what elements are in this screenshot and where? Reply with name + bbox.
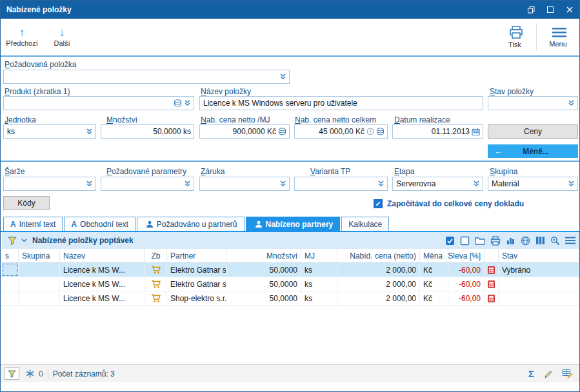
chevron-down-icon[interactable]: [568, 100, 575, 106]
cell-sleva: -60,00: [448, 263, 485, 277]
include-in-total-checkbox[interactable]: ✓: [374, 199, 383, 208]
print-button[interactable]: Tisk: [495, 20, 535, 54]
unit-combobox[interactable]: ks: [3, 124, 96, 139]
cell-sleva: -60,00: [448, 291, 485, 305]
filter-icon[interactable]: [8, 237, 17, 245]
chevron-down-icon[interactable]: [21, 239, 27, 242]
quantity-input[interactable]: 50,0000 ks: [101, 124, 194, 139]
chevron-down-icon[interactable]: [568, 181, 575, 187]
select-checked-icon[interactable]: [445, 236, 455, 246]
next-button[interactable]: ↓ Další: [42, 20, 82, 54]
codes-button-label: Kódy: [17, 199, 35, 208]
calculator-icon[interactable]: [485, 291, 499, 305]
warranty-combobox[interactable]: [199, 177, 290, 191]
table-row[interactable]: Licence k MS W... Elektro Gatnar s... 50…: [2, 277, 579, 291]
date-input[interactable]: 01.11.2013: [392, 124, 483, 139]
edit-grid-icon[interactable]: [563, 369, 573, 378]
tab-nabizeno-partnery[interactable]: Nabízeno partnery: [246, 217, 341, 231]
chevron-down-icon[interactable]: [279, 181, 286, 187]
tab-kalkulace[interactable]: Kalkulace: [341, 217, 389, 231]
print-grid-icon[interactable]: [490, 236, 501, 246]
less-button[interactable]: ← Méně...: [488, 144, 578, 158]
group-label: Skupina: [490, 167, 517, 176]
column-header-calc[interactable]: [485, 249, 499, 262]
column-header-nazev[interactable]: Název: [60, 249, 145, 262]
column-header-mena[interactable]: Měna: [420, 249, 448, 262]
column-header-s[interactable]: s: [2, 249, 19, 262]
coins-icon[interactable]: [376, 128, 385, 136]
sum-icon[interactable]: Σ: [528, 368, 534, 379]
product-label: Produkt (zkratka 1): [5, 87, 70, 96]
person-icon: [146, 220, 154, 228]
variant-combobox[interactable]: [294, 177, 388, 191]
cart-icon: [145, 277, 167, 291]
grid-settings-icon[interactable]: [550, 236, 560, 246]
chart-icon[interactable]: [506, 236, 515, 245]
column-header-skupina[interactable]: Skupina: [19, 249, 60, 262]
coins-icon[interactable]: [174, 99, 182, 108]
restore-icon[interactable]: [521, 1, 541, 19]
column-header-stav[interactable]: Stav: [499, 249, 579, 262]
clock-icon[interactable]: [366, 128, 374, 135]
batch-combobox[interactable]: [3, 177, 96, 191]
status-bar: 0 Počet záznamů: 3 Σ: [1, 364, 579, 382]
calendar-icon[interactable]: [472, 128, 480, 136]
product-combobox[interactable]: [3, 96, 194, 110]
column-header-zb[interactable]: Zb: [145, 249, 167, 262]
section-divider: [1, 161, 579, 162]
cell-mj: ks: [301, 277, 337, 291]
column-header-sleva[interactable]: Sleva [%]: [448, 249, 485, 262]
params-combobox[interactable]: [101, 177, 194, 191]
close-icon[interactable]: [560, 1, 579, 19]
cell-mena: Kč: [420, 263, 448, 277]
coins-icon[interactable]: [278, 128, 286, 136]
table-header: s Skupina Název Zb Partner Množství MJ N…: [2, 249, 579, 263]
item-name-input[interactable]: Licence k MS Windows serveru pro uživate…: [199, 96, 483, 110]
cell-s: [2, 291, 19, 305]
stage-value: Serverovna: [396, 179, 471, 188]
column-header-mnozstvi[interactable]: Množství: [226, 249, 301, 262]
cell-nazev: Licence k MS W...: [60, 263, 145, 277]
window-title: Nabízené položky: [6, 5, 72, 14]
tab-interni-text[interactable]: A Interní text: [3, 217, 63, 231]
chevron-down-icon[interactable]: [377, 181, 385, 187]
stage-combobox[interactable]: Serverovna: [392, 177, 483, 191]
grid-menu-icon[interactable]: [565, 237, 575, 244]
tab-pozadovano-u-partneru[interactable]: Požadováno u partnerů: [137, 217, 245, 231]
codes-button[interactable]: Kódy: [3, 196, 50, 210]
previous-button[interactable]: ↑ Předchozí: [2, 20, 42, 54]
folder-icon[interactable]: [475, 236, 485, 245]
requested-item-combobox[interactable]: [3, 70, 290, 84]
column-header-mj[interactable]: MJ: [301, 249, 337, 262]
column-header-partner[interactable]: Partner: [167, 249, 226, 262]
maximize-icon[interactable]: [541, 1, 560, 19]
select-none-icon[interactable]: [460, 236, 470, 246]
calculator-icon[interactable]: [485, 263, 499, 277]
edit-record-icon[interactable]: [544, 369, 553, 378]
unit-price-input[interactable]: 900,0000 Kč: [199, 124, 290, 139]
tab-label: Obchodní text: [80, 220, 128, 229]
chevron-down-icon[interactable]: [184, 100, 191, 106]
requested-item-label: Požadovaná položka: [5, 60, 76, 69]
cell-mnozstvi: 50,0000: [226, 263, 301, 277]
less-button-label: Méně...: [503, 147, 578, 156]
column-header-cena[interactable]: Nabíd. cena (netto): [337, 249, 420, 262]
filter-toggle-button[interactable]: [5, 368, 19, 380]
chevron-down-icon[interactable]: [86, 181, 93, 187]
menu-button[interactable]: Menu: [538, 20, 578, 54]
group-combobox[interactable]: Materiál: [488, 177, 578, 191]
calculator-icon[interactable]: [485, 277, 499, 291]
prices-button[interactable]: Ceny: [488, 124, 578, 139]
chevron-down-icon[interactable]: [473, 181, 480, 187]
grid-toolbar: [443, 236, 575, 246]
tab-obchodni-text[interactable]: A Obchodní text: [64, 217, 135, 231]
table-row[interactable]: Licence k MS W... Elektro Gatnar s... 50…: [2, 263, 579, 277]
item-state-combobox[interactable]: [488, 96, 578, 110]
table-row[interactable]: Licence k MS W... Shop-elektro s.r... 50…: [2, 291, 579, 306]
columns-icon[interactable]: [535, 236, 545, 245]
total-price-input[interactable]: 45 000,00 Kč: [294, 124, 388, 139]
web-icon[interactable]: [521, 236, 530, 246]
chevron-down-icon[interactable]: [279, 74, 286, 80]
chevron-down-icon[interactable]: [86, 128, 93, 135]
chevron-down-icon[interactable]: [184, 181, 191, 187]
